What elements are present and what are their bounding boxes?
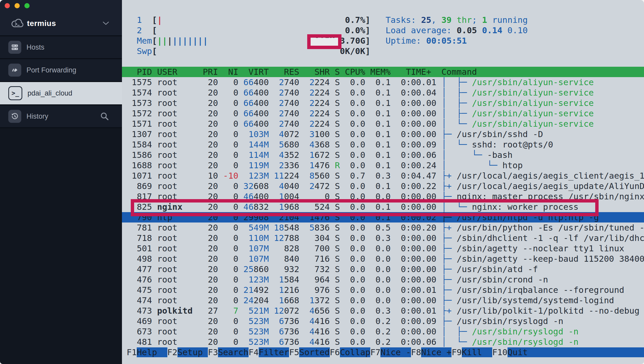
fkey-label-nice-[interactable]: Nice + bbox=[421, 347, 451, 357]
meter-1: 1 [| 0.7%] Tasks: 25, 39 thr; 1 running bbox=[122, 15, 644, 25]
meter-mem: Mem[|||||||||| 105M/3.70G] Uptime: 00:05… bbox=[122, 36, 644, 46]
port-forwarding-icon bbox=[8, 64, 21, 77]
annotation-highlight-fill bbox=[311, 38, 338, 46]
process-command: /usr/bin/python -Es /usr/sbin/tuned -l bbox=[457, 223, 644, 233]
process-table-header[interactable]: PID USER PRI NI VIRT RES SHR S CPU% MEM%… bbox=[122, 67, 644, 77]
zoom-window-button[interactable] bbox=[24, 3, 30, 8]
sidebar-item-history[interactable]: History bbox=[0, 105, 122, 128]
terminal-icon: >_ bbox=[8, 86, 22, 100]
process-command: /sbin/agetty --noclear tty1 linux bbox=[457, 244, 624, 253]
termius-cloud-logo-icon bbox=[11, 17, 24, 29]
brand-name: termius bbox=[27, 19, 56, 28]
history-clock-icon bbox=[8, 110, 21, 123]
fkey-label-search[interactable]: Search bbox=[218, 347, 248, 357]
sidebar-item-pdai-ali-cloud[interactable]: >_ pdai_ali_cloud bbox=[0, 82, 122, 105]
process-row-825[interactable]: 825 nginx 20 0 46832 1968 524 S 0.0 0.1 … bbox=[122, 202, 644, 212]
process-row-475[interactable]: 475 root 20 0 21492 1216 976 S 0.0 0.0 0… bbox=[122, 285, 644, 295]
process-command: /sbin/agetty --keep-baud 115200 38400 bbox=[457, 254, 644, 264]
fkey-label-nice-[interactable]: Nice - bbox=[380, 347, 411, 357]
process-table: 1575 root 20 0 66400 2740 2224 S 0.0 0.1… bbox=[122, 77, 644, 347]
sidebar-item-label: History bbox=[26, 112, 48, 120]
chevron-down-icon[interactable] bbox=[103, 22, 109, 25]
process-row-1586[interactable]: 1586 root 20 0 114M 4352 1672 S 0.0 0.1 … bbox=[122, 150, 644, 160]
fkey-f3[interactable]: F3 bbox=[208, 347, 218, 357]
fkey-label-collap[interactable]: Collap bbox=[340, 347, 370, 357]
process-row-1071[interactable]: 1071 root 10 -10 123M 11224 8560 S 0.7 0… bbox=[122, 171, 644, 181]
process-command: htop bbox=[502, 160, 523, 170]
process-row-1572[interactable]: 1572 root 20 0 66400 2740 2224 S 0.0 0.1… bbox=[122, 108, 644, 119]
fkey-label-quit[interactable]: Quit bbox=[508, 347, 644, 357]
process-row-501[interactable]: 501 root 20 0 107M 828 700 S 0.0 0.0 0:0… bbox=[122, 243, 644, 254]
process-command: /usr/sbin/ntpd -u ntp:ntp -g bbox=[457, 212, 599, 222]
process-row-1307[interactable]: 1307 root 20 0 103M 4072 3100 S 0.0 0.1 … bbox=[122, 129, 644, 139]
process-command: nginx: worker process bbox=[472, 202, 579, 212]
fkey-f7[interactable]: F7 bbox=[370, 347, 380, 357]
process-command: -bash bbox=[487, 150, 512, 160]
process-command: sshd: root@pts/0 bbox=[472, 140, 553, 150]
fkey-f6[interactable]: F6 bbox=[330, 347, 340, 357]
process-row-1573[interactable]: 1573 root 20 0 66400 2740 2224 S 0.0 0.1… bbox=[122, 98, 644, 108]
process-row-469[interactable]: 469 root 20 0 523M 6736 4416 S 0.0 0.2 0… bbox=[122, 316, 644, 326]
process-command: /usr/sbin/rsyslogd -n bbox=[472, 337, 579, 347]
blank-line bbox=[122, 56, 644, 67]
process-command: /usr/sbin/crond -n bbox=[457, 275, 548, 285]
fkey-label-sorted[interactable]: Sorted bbox=[299, 347, 330, 357]
sidebar-nav: Hosts Port Forwarding >_ pdai_ali_cloud bbox=[0, 36, 122, 128]
process-command: /usr/sbin/aliyun-service bbox=[472, 77, 594, 87]
process-command: /usr/sbin/irqbalance --foreground bbox=[457, 285, 624, 295]
function-key-bar: F1Help F2Setup F3SearchF4FilterF5SortedF… bbox=[122, 347, 644, 358]
hosts-server-icon bbox=[8, 41, 21, 54]
fkey-f9[interactable]: F9 bbox=[451, 347, 462, 357]
process-row-781[interactable]: 781 root 20 0 549M 18548 5836 S 0.0 0.5 … bbox=[122, 223, 644, 233]
process-command: nginx: master process /usr/sbin/nginx bbox=[457, 192, 644, 201]
sidebar-item-hosts[interactable]: Hosts bbox=[0, 36, 122, 59]
minimize-window-button[interactable] bbox=[15, 3, 20, 8]
process-row-1584[interactable]: 1584 root 20 0 144M 5680 4368 S 0.0 0.1 … bbox=[122, 139, 644, 150]
process-command: /usr/sbin/atd -f bbox=[457, 264, 538, 274]
process-row-673[interactable]: 673 root 20 0 523M 6736 4416 S 0.0 0.2 0… bbox=[122, 326, 644, 337]
fkey-label-filter[interactable]: Filter bbox=[259, 347, 289, 357]
fkey-label-kill[interactable]: Kill bbox=[462, 347, 492, 357]
process-row-481[interactable]: 481 root 20 0 523M 6736 4416 S 0.0 0.2 0… bbox=[122, 337, 644, 347]
process-command: /usr/sbin/aliyun-service bbox=[472, 98, 594, 108]
process-command: /usr/sbin/aliyun-service bbox=[472, 119, 594, 129]
process-command: /usr/sbin/sshd -D bbox=[457, 129, 543, 139]
process-command: /usr/local/aegis/aegis_client/aegis_10 bbox=[457, 171, 644, 181]
fkey-f5[interactable]: F5 bbox=[289, 347, 299, 357]
fkey-f1[interactable]: F1 bbox=[127, 347, 137, 357]
process-row-498[interactable]: 498 root 20 0 107M 840 716 S 0.0 0.0 0:0… bbox=[122, 254, 644, 264]
process-row-790[interactable]: 790 ntp 20 0 29908 2104 1476 S 0.0 0.1 0… bbox=[122, 212, 644, 223]
search-icon[interactable] bbox=[100, 111, 109, 121]
process-row-718[interactable]: 718 root 20 0 110M 12788 304 S 0.0 0.3 0… bbox=[122, 233, 644, 243]
sidebar: termius bbox=[0, 0, 122, 364]
fkey-label-help[interactable]: Help bbox=[137, 347, 167, 357]
process-row-1575[interactable]: 1575 root 20 0 66400 2740 2224 S 0.0 0.1… bbox=[122, 77, 644, 87]
process-row-477[interactable]: 477 root 20 0 25860 932 732 S 0.0 0.0 0:… bbox=[122, 264, 644, 274]
process-row-1574[interactable]: 1574 root 20 0 66400 2740 2224 S 0.0 0.1… bbox=[122, 87, 644, 98]
sidebar-item-label: pdai_ali_cloud bbox=[28, 89, 72, 97]
sidebar-item-port-forwarding[interactable]: Port Forwarding bbox=[0, 59, 122, 82]
fkey-f2[interactable]: F2 bbox=[167, 347, 177, 357]
meter-2: 2 [ 0.0%] Load average: 0.05 0.14 0.10 bbox=[122, 25, 644, 36]
process-row-476[interactable]: 476 root 20 0 123M 1584 964 S 0.0 0.0 0:… bbox=[122, 274, 644, 285]
process-row-869[interactable]: 869 root 20 0 32608 4040 2472 S 0.0 0.1 … bbox=[122, 181, 644, 191]
process-command: /usr/local/aegis/aegis_update/AliYunDu bbox=[457, 181, 644, 191]
process-row-473[interactable]: 473 polkitd 27 7 521M 12072 4656 S 0.0 0… bbox=[122, 306, 644, 316]
macos-titlebar bbox=[0, 0, 122, 11]
process-command: /sbin/dhclient -1 -q -lf /var/lib/dhcl bbox=[457, 233, 644, 243]
fkey-f4[interactable]: F4 bbox=[249, 347, 259, 357]
fkey-label-setup[interactable]: Setup bbox=[177, 347, 208, 357]
sidebar-item-label: Hosts bbox=[26, 43, 44, 51]
fkey-f10[interactable]: F10 bbox=[492, 347, 508, 357]
process-row-474[interactable]: 474 root 20 0 24204 1668 1372 S 0.0 0.0 … bbox=[122, 295, 644, 306]
process-row-817[interactable]: 817 root 20 0 46400 1004 0 S 0.0 0.0 0:0… bbox=[122, 191, 644, 202]
process-command: /usr/sbin/rsyslogd -n bbox=[472, 327, 579, 336]
close-window-button[interactable] bbox=[5, 3, 10, 8]
process-command: /usr/lib/polkit-1/polkitd --no-debug bbox=[457, 306, 639, 316]
process-row-1571[interactable]: 1571 root 20 0 66400 2740 2224 S 0.0 0.1… bbox=[122, 119, 644, 129]
fkey-f8[interactable]: F8 bbox=[411, 347, 421, 357]
process-command: /usr/sbin/aliyun-service bbox=[472, 88, 594, 98]
process-row-1688[interactable]: 1688 root 20 0 119M 2336 1476 R 0.0 0.1 … bbox=[122, 160, 644, 171]
terminal-pane[interactable]: 1 [| 0.7%] Tasks: 25, 39 thr; 1 running … bbox=[122, 0, 644, 364]
brand-row: termius bbox=[0, 11, 122, 36]
